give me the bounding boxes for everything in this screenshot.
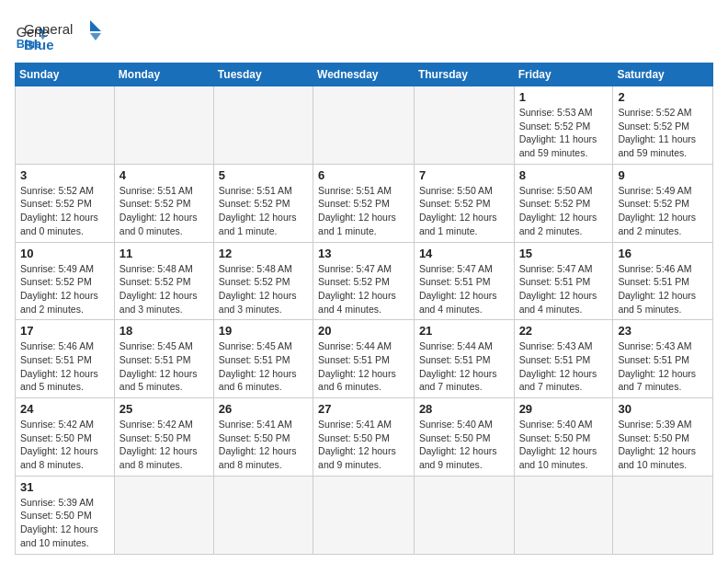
svg-marker-6: [90, 20, 101, 31]
day-info: Sunrise: 5:48 AM Sunset: 5:52 PM Dayligh…: [219, 262, 308, 316]
cell-content: 31Sunrise: 5:39 AM Sunset: 5:50 PM Dayli…: [20, 480, 109, 550]
calendar-cell: 21Sunrise: 5:44 AM Sunset: 5:51 PM Dayli…: [414, 320, 514, 398]
calendar-cell: [613, 476, 713, 554]
cell-content: 28Sunrise: 5:40 AM Sunset: 5:50 PM Dayli…: [419, 402, 509, 472]
weekday-header-thursday: Thursday: [414, 63, 514, 86]
day-number: 31: [20, 480, 109, 494]
day-number: 17: [20, 324, 109, 338]
cell-content: 18Sunrise: 5:45 AM Sunset: 5:51 PM Dayli…: [119, 324, 209, 394]
day-number: 18: [119, 324, 209, 338]
cell-content: 21Sunrise: 5:44 AM Sunset: 5:51 PM Dayli…: [419, 324, 509, 394]
calendar-cell: 27Sunrise: 5:41 AM Sunset: 5:50 PM Dayli…: [313, 398, 415, 477]
cell-content: 24Sunrise: 5:42 AM Sunset: 5:50 PM Dayli…: [20, 402, 109, 472]
day-info: Sunrise: 5:45 AM Sunset: 5:51 PM Dayligh…: [219, 339, 308, 394]
calendar-cell: 20Sunrise: 5:44 AM Sunset: 5:51 PM Dayli…: [313, 320, 415, 398]
day-number: 11: [119, 247, 209, 260]
day-info: Sunrise: 5:40 AM Sunset: 5:50 PM Dayligh…: [519, 418, 609, 472]
day-number: 16: [618, 247, 708, 260]
day-number: 1: [519, 90, 609, 104]
day-number: 23: [618, 324, 708, 338]
day-info: Sunrise: 5:41 AM Sunset: 5:50 PM Dayligh…: [318, 418, 409, 472]
calendar-week-row: 31Sunrise: 5:39 AM Sunset: 5:50 PM Dayli…: [16, 476, 713, 554]
calendar-cell: [16, 86, 115, 165]
day-info: Sunrise: 5:45 AM Sunset: 5:51 PM Dayligh…: [119, 339, 209, 394]
cell-content: 6Sunrise: 5:51 AM Sunset: 5:52 PM Daylig…: [318, 168, 409, 238]
day-number: 30: [618, 402, 708, 416]
calendar-cell: [414, 86, 514, 165]
day-number: 12: [219, 247, 308, 260]
day-number: 13: [318, 247, 409, 260]
cell-content: 8Sunrise: 5:50 AM Sunset: 5:52 PM Daylig…: [519, 168, 609, 238]
day-number: 27: [318, 402, 409, 416]
logo-svg: General Blue: [24, 18, 107, 55]
calendar-cell: 28Sunrise: 5:40 AM Sunset: 5:50 PM Dayli…: [414, 398, 514, 477]
calendar-cell: [313, 86, 415, 165]
day-info: Sunrise: 5:53 AM Sunset: 5:52 PM Dayligh…: [519, 106, 609, 160]
day-info: Sunrise: 5:46 AM Sunset: 5:51 PM Dayligh…: [20, 339, 109, 394]
calendar-cell: 10Sunrise: 5:49 AM Sunset: 5:52 PM Dayli…: [16, 242, 115, 320]
day-info: Sunrise: 5:39 AM Sunset: 5:50 PM Dayligh…: [20, 496, 109, 550]
cell-content: 19Sunrise: 5:45 AM Sunset: 5:51 PM Dayli…: [219, 324, 308, 394]
weekday-header-saturday: Saturday: [613, 63, 713, 86]
day-info: Sunrise: 5:42 AM Sunset: 5:50 PM Dayligh…: [20, 418, 109, 472]
calendar-cell: [213, 476, 313, 554]
day-info: Sunrise: 5:47 AM Sunset: 5:52 PM Dayligh…: [318, 262, 409, 316]
day-number: 9: [618, 168, 708, 182]
day-info: Sunrise: 5:49 AM Sunset: 5:52 PM Dayligh…: [20, 262, 109, 316]
day-number: 15: [519, 247, 609, 260]
day-number: 3: [20, 168, 109, 182]
cell-content: 9Sunrise: 5:49 AM Sunset: 5:52 PM Daylig…: [618, 168, 708, 238]
calendar-cell: 25Sunrise: 5:42 AM Sunset: 5:50 PM Dayli…: [114, 398, 213, 477]
calendar-cell: 9Sunrise: 5:49 AM Sunset: 5:52 PM Daylig…: [613, 164, 713, 242]
day-number: 4: [119, 168, 209, 182]
day-number: 6: [318, 168, 409, 182]
day-info: Sunrise: 5:49 AM Sunset: 5:52 PM Dayligh…: [618, 184, 708, 238]
cell-content: 26Sunrise: 5:41 AM Sunset: 5:50 PM Dayli…: [219, 402, 308, 472]
calendar-cell: 3Sunrise: 5:52 AM Sunset: 5:52 PM Daylig…: [16, 164, 115, 242]
cell-content: 25Sunrise: 5:42 AM Sunset: 5:50 PM Dayli…: [119, 402, 209, 472]
calendar-cell: 26Sunrise: 5:41 AM Sunset: 5:50 PM Dayli…: [213, 398, 313, 477]
calendar-cell: [213, 86, 313, 165]
day-info: Sunrise: 5:42 AM Sunset: 5:50 PM Dayligh…: [119, 418, 209, 472]
day-info: Sunrise: 5:41 AM Sunset: 5:50 PM Dayligh…: [219, 418, 308, 472]
cell-content: 2Sunrise: 5:52 AM Sunset: 5:52 PM Daylig…: [618, 90, 708, 160]
day-number: 21: [419, 324, 509, 338]
calendar-table: SundayMondayTuesdayWednesdayThursdayFrid…: [15, 63, 713, 555]
calendar-cell: 6Sunrise: 5:51 AM Sunset: 5:52 PM Daylig…: [313, 164, 415, 242]
calendar-cell: [114, 476, 213, 554]
calendar-cell: 8Sunrise: 5:50 AM Sunset: 5:52 PM Daylig…: [514, 164, 613, 242]
calendar-cell: 31Sunrise: 5:39 AM Sunset: 5:50 PM Dayli…: [16, 476, 115, 554]
calendar-cell: 18Sunrise: 5:45 AM Sunset: 5:51 PM Dayli…: [114, 320, 213, 398]
header: General Blue General Blue: [15, 15, 713, 55]
calendar-cell: [414, 476, 514, 554]
day-number: 10: [20, 247, 109, 260]
weekday-header-wednesday: Wednesday: [313, 63, 415, 86]
day-info: Sunrise: 5:52 AM Sunset: 5:52 PM Dayligh…: [20, 184, 109, 238]
calendar-cell: 15Sunrise: 5:47 AM Sunset: 5:51 PM Dayli…: [514, 242, 613, 320]
calendar-week-row: 17Sunrise: 5:46 AM Sunset: 5:51 PM Dayli…: [16, 320, 713, 398]
weekday-header-sunday: Sunday: [16, 63, 115, 86]
cell-content: 15Sunrise: 5:47 AM Sunset: 5:51 PM Dayli…: [519, 247, 609, 316]
day-info: Sunrise: 5:39 AM Sunset: 5:50 PM Dayligh…: [618, 418, 708, 472]
weekday-header-monday: Monday: [114, 63, 213, 86]
cell-content: 23Sunrise: 5:43 AM Sunset: 5:51 PM Dayli…: [618, 324, 708, 394]
cell-content: 16Sunrise: 5:46 AM Sunset: 5:51 PM Dayli…: [618, 247, 708, 316]
cell-content: 5Sunrise: 5:51 AM Sunset: 5:52 PM Daylig…: [219, 168, 308, 238]
cell-content: 4Sunrise: 5:51 AM Sunset: 5:52 PM Daylig…: [119, 168, 209, 238]
calendar-cell: 17Sunrise: 5:46 AM Sunset: 5:51 PM Dayli…: [16, 320, 115, 398]
day-info: Sunrise: 5:48 AM Sunset: 5:52 PM Dayligh…: [119, 262, 209, 316]
cell-content: 14Sunrise: 5:47 AM Sunset: 5:51 PM Dayli…: [419, 247, 509, 316]
day-info: Sunrise: 5:51 AM Sunset: 5:52 PM Dayligh…: [119, 184, 209, 238]
cell-content: 1Sunrise: 5:53 AM Sunset: 5:52 PM Daylig…: [519, 90, 609, 160]
calendar-cell: 22Sunrise: 5:43 AM Sunset: 5:51 PM Dayli…: [514, 320, 613, 398]
day-info: Sunrise: 5:40 AM Sunset: 5:50 PM Dayligh…: [419, 418, 509, 472]
weekday-header-row: SundayMondayTuesdayWednesdayThursdayFrid…: [16, 63, 713, 86]
cell-content: 22Sunrise: 5:43 AM Sunset: 5:51 PM Dayli…: [519, 324, 609, 394]
day-info: Sunrise: 5:52 AM Sunset: 5:52 PM Dayligh…: [618, 106, 708, 160]
calendar-cell: 7Sunrise: 5:50 AM Sunset: 5:52 PM Daylig…: [414, 164, 514, 242]
calendar-cell: 30Sunrise: 5:39 AM Sunset: 5:50 PM Dayli…: [613, 398, 713, 477]
calendar-week-row: 1Sunrise: 5:53 AM Sunset: 5:52 PM Daylig…: [16, 86, 713, 165]
cell-content: 17Sunrise: 5:46 AM Sunset: 5:51 PM Dayli…: [20, 324, 109, 394]
day-number: 28: [419, 402, 509, 416]
svg-text:General: General: [24, 21, 73, 37]
